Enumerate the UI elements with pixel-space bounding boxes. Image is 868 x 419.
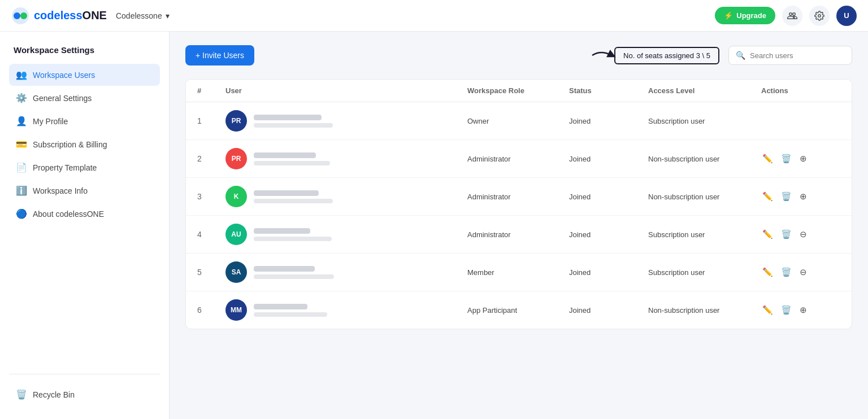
delete-button[interactable]: 🗑️ [780, 190, 793, 203]
table-body: 1 PR Owner Joined Subscription user 2 PR… [186, 102, 852, 329]
delete-button[interactable]: 🗑️ [780, 304, 793, 316]
property-template-icon: 📄 [16, 162, 27, 173]
main-layout: Workspace Settings 👥 Workspace Users ⚙️ … [0, 32, 868, 419]
table-row: 2 PR Administrator Joined Non-subscripti… [186, 140, 852, 178]
user-avatar: SA [225, 261, 247, 283]
users-table: # User Workspace Role Status Access Leve… [185, 79, 852, 329]
table-header: # User Workspace Role Status Access Leve… [186, 80, 852, 102]
sidebar-item-general-settings[interactable]: ⚙️ General Settings [9, 87, 160, 109]
actions-cell: ✏️ 🗑️ ⊕ [761, 304, 840, 316]
delete-button[interactable]: 🗑️ [780, 152, 793, 165]
main-content: + Invite Users No. of seats assigned 3 \… [170, 32, 868, 419]
row-number: 4 [197, 230, 225, 239]
sidebar-item-label: Recycle Bin [33, 390, 75, 399]
sidebar-item-workspace-users[interactable]: 👥 Workspace Users [9, 64, 160, 86]
seats-label: No. of seats assigned 3 \ 5 [623, 51, 710, 60]
user-name-bar [254, 115, 322, 120]
workspace-role: Owner [467, 117, 569, 125]
sidebar-item-label: My Profile [33, 117, 68, 126]
workspace-name: Codelessone [116, 11, 162, 20]
user-name-bar [254, 190, 319, 196]
table-row: 4 AU Administrator Joined Subscription u… [186, 216, 852, 254]
sidebar-item-about-codelessone[interactable]: 🔵 About codelessONE [9, 203, 160, 225]
user-info [254, 228, 332, 241]
svg-point-1 [14, 12, 20, 19]
edit-button[interactable]: ✏️ [761, 266, 774, 278]
invite-users-button[interactable]: + Invite Users [185, 45, 254, 66]
user-email-bar [254, 199, 333, 203]
col-role: Workspace Role [467, 86, 569, 95]
user-name-bar [254, 304, 307, 309]
status: Joined [569, 193, 648, 201]
delete-button[interactable]: 🗑️ [780, 266, 793, 278]
edit-button[interactable]: ✏️ [761, 228, 774, 241]
edit-button[interactable]: ✏️ [761, 152, 774, 165]
content-toolbar: + Invite Users No. of seats assigned 3 \… [185, 45, 852, 66]
user-email-bar [254, 123, 333, 128]
user-cell: MM [225, 299, 467, 321]
row-number: 6 [197, 305, 225, 315]
col-actions: Actions [761, 86, 840, 95]
sidebar-item-workspace-info[interactable]: ℹ️ Workspace Info [9, 180, 160, 202]
add-subscription-button[interactable]: ⊕ [798, 190, 808, 203]
upgrade-button[interactable]: ⚡ Upgrade [715, 7, 775, 24]
status: Joined [569, 155, 648, 163]
row-number: 1 [197, 116, 225, 125]
sidebar-item-label: Workspace Users [33, 71, 95, 80]
status: Joined [569, 117, 648, 125]
my-profile-icon: 👤 [16, 116, 27, 126]
recycle-bin-icon: 🗑️ [16, 389, 27, 400]
nav-left: codelessONE Codelessone ▾ [11, 7, 170, 25]
actions-cell: ✏️ 🗑️ ⊕ [761, 190, 840, 203]
svg-point-2 [20, 12, 27, 19]
logo-icon [11, 7, 29, 25]
actions-cell: ✏️ 🗑️ ⊕ [761, 152, 840, 165]
user-cell: PR [225, 110, 467, 132]
add-subscription-button[interactable]: ⊕ [798, 152, 808, 165]
logo: codelessONE [11, 7, 107, 25]
remove-subscription-button[interactable]: ⊖ [798, 266, 808, 278]
user-avatar: K [225, 186, 247, 207]
subscription-billing-icon: 💳 [16, 139, 27, 150]
workspace-role: Administrator [467, 230, 569, 239]
col-num: # [197, 86, 225, 95]
col-user: User [225, 86, 467, 95]
user-avatar-button[interactable]: U [836, 6, 857, 26]
about-codelessone-icon: 🔵 [16, 208, 27, 219]
sidebar-item-my-profile[interactable]: 👤 My Profile [9, 110, 160, 132]
nav-right: ⚡ Upgrade U [715, 6, 857, 26]
delete-button[interactable]: 🗑️ [780, 228, 793, 241]
table-row: 5 SA Member Joined Subscription user ✏️ … [186, 254, 852, 291]
add-subscription-button[interactable]: ⊕ [798, 304, 808, 316]
status: Joined [569, 230, 648, 239]
sidebar-item-label: Property Template [33, 163, 97, 172]
add-user-button[interactable] [782, 6, 802, 26]
user-email-bar [254, 274, 334, 279]
user-avatar: MM [225, 299, 247, 321]
edit-button[interactable]: ✏️ [761, 304, 774, 316]
remove-subscription-button[interactable]: ⊖ [798, 228, 808, 241]
workspace-selector[interactable]: Codelessone ▾ [116, 11, 170, 20]
user-avatar: AU [225, 224, 247, 245]
col-access: Access Level [648, 86, 761, 95]
sidebar-item-recycle-bin[interactable]: 🗑️ Recycle Bin [9, 383, 160, 405]
sidebar-title: Workspace Settings [9, 45, 160, 55]
user-info [254, 266, 334, 279]
settings-button[interactable] [809, 6, 830, 26]
workspace-role: Administrator [467, 155, 569, 163]
user-email-bar [254, 161, 330, 165]
workspace-role: Administrator [467, 193, 569, 201]
sidebar-bottom: 🗑️ Recycle Bin [9, 374, 160, 405]
edit-button[interactable]: ✏️ [761, 190, 774, 203]
search-input[interactable] [750, 51, 845, 60]
workspace-users-icon: 👥 [16, 69, 27, 80]
upgrade-icon: ⚡ [724, 11, 733, 20]
sidebar-item-subscription-billing[interactable]: 💳 Subscription & Billing [9, 133, 160, 155]
access-level: Non-subscription user [648, 306, 761, 315]
invite-label: + Invite Users [196, 51, 244, 60]
user-name-bar [254, 152, 316, 158]
svg-point-3 [818, 14, 821, 17]
row-number: 2 [197, 154, 225, 163]
sidebar-item-property-template[interactable]: 📄 Property Template [9, 156, 160, 178]
actions-cell: ✏️ 🗑️ ⊖ [761, 266, 840, 278]
